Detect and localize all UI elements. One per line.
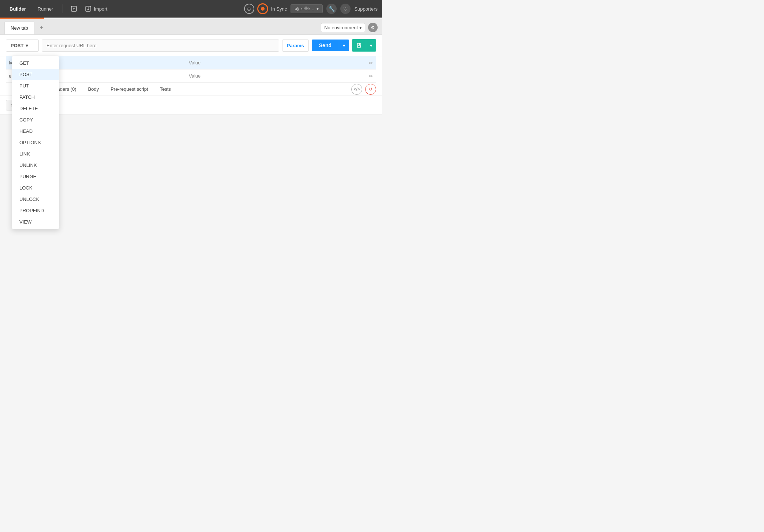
method-option-delete[interactable]: DELETE [12, 103, 59, 114]
tab-pre-request[interactable]: Pre-request script [105, 83, 154, 96]
param-row-2: er Key Value ✏ [6, 70, 376, 83]
new-tab[interactable]: New tab [4, 21, 34, 34]
target-inner [261, 7, 265, 11]
heart-icon[interactable]: ♡ [340, 4, 351, 14]
method-option-copy[interactable]: COPY [12, 114, 59, 125]
method-option-unlock[interactable]: UNLOCK [12, 194, 59, 205]
nav-left: Builder Runner Import [4, 2, 110, 15]
reset-icon[interactable]: ↺ [365, 84, 376, 95]
method-option-propfind[interactable]: PROPFIND [12, 205, 59, 216]
new-collection-icon [70, 5, 78, 12]
sync-icon: ⊕ [244, 4, 254, 14]
param-edit-icon[interactable]: ✏ [366, 60, 376, 66]
method-option-get[interactable]: GET [12, 57, 59, 69]
method-dropdown-button[interactable]: POST ▾ [6, 40, 39, 52]
svg-rect-7 [357, 46, 360, 47]
env-settings-icon[interactable]: ⚙ [368, 23, 378, 32]
request-bar: POST ▾ Params Send ▾ ▾ [0, 35, 382, 56]
method-option-unlink[interactable]: UNLINK [12, 160, 59, 171]
tab-tests[interactable]: Tests [154, 83, 177, 96]
method-option-view[interactable]: VIEW [12, 216, 59, 228]
no-environment-dropdown[interactable]: No environment ▾ [321, 23, 365, 32]
sync-area: ⊕ In Sync [244, 3, 287, 14]
add-tab-button[interactable]: + [37, 23, 47, 33]
nav-divider [63, 4, 63, 13]
wrench-icon[interactable]: 🔧 [326, 4, 337, 14]
param-value-col: Value [186, 59, 366, 67]
save-button[interactable] [352, 39, 366, 52]
code-icon[interactable]: </> [351, 84, 362, 95]
method-option-link[interactable]: LINK [12, 148, 59, 160]
environment-area: No environment ▾ ⚙ [321, 23, 378, 32]
runner-tab[interactable]: Runner [33, 4, 59, 14]
save-icon [356, 42, 362, 49]
send-dropdown-button[interactable]: ▾ [339, 40, 349, 51]
new-tab-icon-btn[interactable] [67, 2, 80, 15]
param-header-row: key Value ✏ [6, 56, 376, 70]
params-button[interactable]: Params [282, 40, 309, 52]
method-option-patch[interactable]: PATCH [12, 91, 59, 103]
tab-body[interactable]: Body [82, 83, 105, 96]
env-dropdown-btn[interactable]: ¤§è–®é… ▾ [291, 4, 323, 13]
method-option-purge[interactable]: PURGE [12, 171, 59, 182]
send-btn-group: Send ▾ [312, 40, 349, 51]
builder-tab[interactable]: Builder [4, 4, 31, 14]
import-button[interactable]: Import [82, 4, 110, 14]
tab-bar: New tab + No environment ▾ ⚙ [0, 19, 382, 35]
url-input[interactable] [42, 40, 279, 52]
method-option-options[interactable]: OPTIONS [12, 137, 59, 148]
nav-right: ⊕ In Sync ¤§è–®é… ▾ 🔧 ♡ Supporters [244, 3, 378, 14]
target-icon [257, 3, 268, 14]
method-dropdown-menu: GET POST PUT PATCH DELETE COPY HEAD OPTI… [12, 56, 59, 229]
supporters-label: Supporters [354, 6, 378, 12]
save-dropdown-button[interactable]: ▾ [366, 39, 376, 52]
save-btn-group: ▾ [352, 39, 376, 52]
tabs-right-actions: </> ↺ [351, 84, 376, 95]
svg-rect-6 [358, 44, 360, 45]
navbar: Builder Runner Import ⊕ In Sync [0, 0, 382, 18]
param-edit-icon-2[interactable]: ✏ [366, 73, 376, 79]
send-button[interactable]: Send [312, 40, 339, 51]
param-value-2: Value [186, 72, 366, 80]
in-sync-label: In Sync [271, 6, 287, 12]
method-option-lock[interactable]: LOCK [12, 182, 59, 194]
import-icon [85, 5, 91, 12]
method-option-post[interactable]: POST [12, 69, 59, 80]
method-option-head[interactable]: HEAD [12, 125, 59, 137]
method-option-put[interactable]: PUT [12, 80, 59, 91]
